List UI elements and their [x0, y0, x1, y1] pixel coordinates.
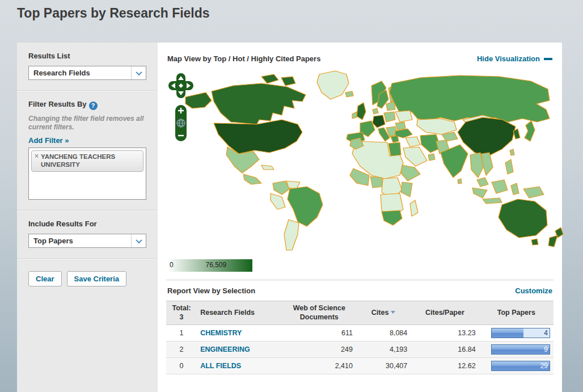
- country-region[interactable]: [395, 111, 412, 122]
- top-papers-bar: 4: [491, 328, 550, 338]
- total-label: Total:: [170, 304, 193, 313]
- actions-section: Clear Save Criteria: [17, 259, 158, 297]
- country-region[interactable]: [481, 153, 493, 175]
- total-header: Total: 3: [166, 301, 197, 325]
- include-results-selected-value: Top Papers: [33, 237, 73, 245]
- field-link[interactable]: CHEMISTRY: [200, 329, 242, 337]
- cites-value: 4,193: [356, 342, 411, 358]
- country-region[interactable]: [523, 187, 544, 198]
- column-header-research-fields[interactable]: Research Fields: [197, 301, 282, 325]
- country-region[interactable]: [261, 74, 278, 83]
- country-region[interactable]: [548, 235, 557, 247]
- report-view-header: Report View by Selection Customize: [166, 280, 554, 301]
- country-region[interactable]: [510, 149, 514, 155]
- cites-per-paper-value: 16.84: [411, 342, 479, 358]
- save-criteria-button[interactable]: Save Criteria: [67, 271, 127, 286]
- country-region[interactable]: [281, 77, 295, 86]
- include-results-select[interactable]: Top Papers: [28, 234, 146, 248]
- map-area[interactable]: [166, 69, 554, 257]
- country-region[interactable]: [403, 147, 427, 166]
- country-region[interactable]: [401, 165, 420, 181]
- table-row: 2 ENGINEERING 249 4,193 16.84 9: [166, 342, 554, 358]
- help-icon[interactable]: ?: [89, 102, 98, 110]
- country-region[interactable]: [212, 83, 306, 124]
- country-region[interactable]: [261, 165, 274, 170]
- country-region[interactable]: [458, 117, 516, 156]
- country-region[interactable]: [352, 112, 357, 119]
- country-region[interactable]: [243, 174, 261, 184]
- filter-chip[interactable]: × YANCHENG TEACHERS UNIVERSITY: [31, 150, 143, 172]
- country-region[interactable]: [511, 183, 519, 195]
- remove-filter-icon[interactable]: ×: [35, 153, 39, 169]
- hide-visualization-link[interactable]: Hide Visualization: [477, 54, 552, 63]
- country-region[interactable]: [373, 108, 378, 114]
- documents-value: 2,410: [282, 358, 356, 374]
- cites-per-paper-value: 12.62: [411, 358, 479, 374]
- country-region[interactable]: [390, 75, 550, 122]
- map-view-header: Map View by Top / Hot / Highly Cited Pap…: [166, 43, 554, 66]
- clear-button[interactable]: Clear: [28, 271, 62, 286]
- country-region[interactable]: [370, 176, 383, 188]
- customize-link[interactable]: Customize: [515, 286, 552, 295]
- country-region[interactable]: [483, 198, 502, 204]
- main-panel: Map View by Top / Hot / Highly Cited Pap…: [158, 43, 562, 392]
- map-color-legend: 0 76,509: [167, 259, 252, 272]
- country-region[interactable]: [345, 91, 353, 97]
- country-region[interactable]: [505, 159, 513, 174]
- add-filter-link[interactable]: Add Filter »: [28, 136, 69, 145]
- include-results-label: Include Results For: [28, 220, 146, 228]
- sort-desc-icon: [391, 311, 395, 314]
- country-region[interactable]: [525, 121, 535, 141]
- filter-chip-label: YANCHENG TEACHERS UNIVERSITY: [41, 153, 140, 169]
- country-region[interactable]: [417, 119, 457, 134]
- results-list-select[interactable]: Research Fields: [28, 66, 146, 80]
- active-filters-box: × YANCHENG TEACHERS UNIVERSITY: [28, 147, 146, 200]
- chevron-down-icon[interactable]: [131, 234, 146, 247]
- country-region[interactable]: [492, 180, 508, 193]
- country-region[interactable]: [458, 179, 462, 184]
- field-link[interactable]: ALL FIELDS: [200, 362, 241, 370]
- table-header-row: Total: 3 Research Fields Web of Science …: [166, 301, 554, 325]
- cites-value: 8,084: [356, 325, 411, 342]
- results-list-selected-value: Research Fields: [33, 69, 90, 77]
- total-value: 3: [170, 313, 193, 322]
- bar-fill: [492, 345, 550, 354]
- country-region[interactable]: [384, 112, 395, 122]
- country-region[interactable]: [271, 193, 285, 209]
- country-region[interactable]: [357, 103, 366, 120]
- chevron-down-icon[interactable]: [131, 66, 146, 79]
- country-region[interactable]: [401, 182, 412, 197]
- cites-per-paper-value: 13.23: [411, 325, 479, 342]
- map-pan-control[interactable]: [168, 73, 193, 98]
- column-header-top-papers[interactable]: Top Papers: [479, 301, 554, 325]
- country-region[interactable]: [373, 115, 385, 128]
- legend-min-value: 0: [170, 261, 174, 269]
- field-link[interactable]: ENGINEERING: [200, 345, 250, 353]
- country-region[interactable]: [428, 154, 435, 161]
- country-region[interactable]: [405, 137, 420, 147]
- country-region[interactable]: [284, 220, 299, 250]
- country-region[interactable]: [388, 142, 401, 156]
- cites-header-label: Cites: [371, 309, 389, 317]
- column-header-cites[interactable]: Cites: [356, 301, 411, 325]
- country-region[interactable]: [288, 187, 323, 226]
- column-header-wos-documents[interactable]: Web of Science Documents: [282, 301, 356, 325]
- cites-value: 30,407: [356, 358, 411, 374]
- country-region[interactable]: [395, 122, 405, 130]
- documents-value: 611: [282, 325, 356, 342]
- world-map[interactable]: [176, 69, 568, 257]
- country-region[interactable]: [410, 200, 418, 216]
- country-region[interactable]: [472, 188, 487, 198]
- map-zoom-control[interactable]: [174, 104, 188, 142]
- country-region[interactable]: [498, 199, 547, 238]
- filters-sidebar: Results List Research Fields Filter Resu…: [17, 43, 158, 392]
- country-region[interactable]: [531, 239, 538, 245]
- country-region[interactable]: [513, 129, 520, 139]
- country-region[interactable]: [382, 210, 402, 225]
- content-area: Results List Research Fields Filter Resu…: [17, 43, 562, 392]
- country-region[interactable]: [317, 71, 349, 99]
- page-title: Top Papers by Research Fields: [17, 6, 210, 21]
- country-region[interactable]: [391, 136, 399, 142]
- country-region[interactable]: [477, 178, 488, 187]
- column-header-cites-per-paper[interactable]: Cites/Paper: [411, 301, 479, 325]
